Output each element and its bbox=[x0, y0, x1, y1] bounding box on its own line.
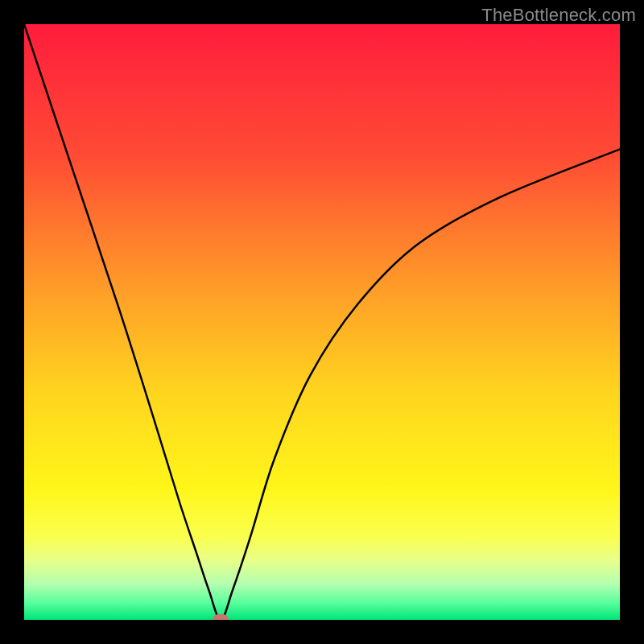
watermark-text: TheBottleneck.com bbox=[481, 5, 636, 26]
chart-frame: TheBottleneck.com bbox=[0, 0, 644, 644]
plot-area bbox=[24, 24, 620, 620]
minimum-marker bbox=[213, 614, 229, 620]
bottleneck-curve bbox=[24, 24, 620, 620]
